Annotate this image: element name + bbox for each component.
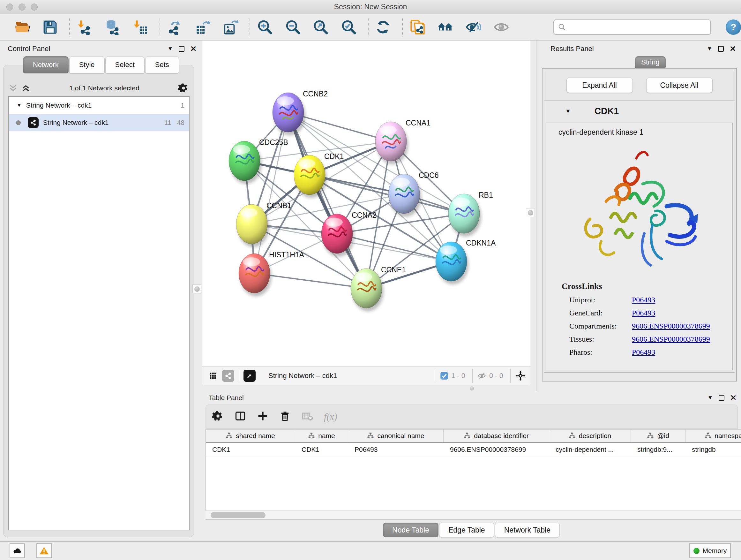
network-collection-row[interactable]: ▼ String Network – cdk1 1 xyxy=(9,97,189,114)
gene-card-expander-icon[interactable]: ▼ xyxy=(565,108,571,115)
network-row[interactable]: String Network – cdk1 11 48 xyxy=(9,114,189,131)
expand-all-button[interactable]: Expand All xyxy=(566,78,633,93)
column-header-shared-name[interactable]: shared name xyxy=(206,429,295,442)
network-canvas[interactable]: CCNB2CCNA1CDC25BCDK1CDC6RB1CCNB1CCNA2CDK… xyxy=(202,41,530,366)
zoom-out-button[interactable] xyxy=(284,18,302,36)
refresh-view-button[interactable] xyxy=(374,18,392,36)
splitter-handle-dot[interactable] xyxy=(470,386,474,390)
network-node[interactable] xyxy=(294,155,327,198)
network-edge[interactable] xyxy=(254,112,288,273)
open-session-button[interactable] xyxy=(13,18,31,36)
crosslink-value-link[interactable]: 9606.ENSP00000378699 xyxy=(632,335,710,344)
share-icon xyxy=(224,372,232,380)
network-node[interactable] xyxy=(273,92,306,135)
crosslink-value-link[interactable]: 9606.ENSP00000378699 xyxy=(632,322,710,330)
zoom-in-button[interactable] xyxy=(256,18,274,36)
show-all-button[interactable] xyxy=(492,18,510,36)
tab-node-table[interactable]: Node Table xyxy=(383,523,439,537)
hidden-eye-slash-icon[interactable] xyxy=(477,371,487,381)
control-panel-float-button[interactable] xyxy=(179,46,185,52)
network-node[interactable] xyxy=(239,253,272,296)
tab-network-table[interactable]: Network Table xyxy=(495,523,560,537)
warnings-button[interactable] xyxy=(37,543,52,558)
crosslink-value-link[interactable]: P06493 xyxy=(632,309,655,317)
column-header-name[interactable]: name xyxy=(295,429,348,442)
horizontal-scrollbar[interactable] xyxy=(205,510,741,519)
left-splitter-handle[interactable] xyxy=(192,285,201,294)
help-button[interactable]: ? xyxy=(726,19,741,35)
zoom-fit-button[interactable] xyxy=(312,18,330,36)
network-node[interactable] xyxy=(388,174,421,217)
results-panel-float-button[interactable] xyxy=(718,46,724,52)
table-row[interactable]: CDK1CDK1P064939606.ENSP00000378699cyclin… xyxy=(206,443,741,456)
network-collection-label: String Network – cdk1 xyxy=(26,102,91,109)
import-table-from-file-button[interactable] xyxy=(131,18,149,36)
hidden-nodes-edges-count: 0 - 0 xyxy=(489,372,503,380)
expand-all-icon[interactable] xyxy=(21,83,30,93)
network-node[interactable] xyxy=(236,204,269,247)
new-network-from-selection-button[interactable] xyxy=(408,18,426,36)
control-panel-menu-button[interactable]: ▼ xyxy=(167,46,173,52)
network-node[interactable] xyxy=(375,122,408,165)
right-splitter-handle[interactable] xyxy=(526,208,535,217)
tab-sets[interactable]: Sets xyxy=(145,56,179,73)
tab-string[interactable]: String xyxy=(635,56,666,68)
memory-button[interactable]: Memory xyxy=(689,543,731,558)
export-image-button[interactable] xyxy=(222,18,240,36)
maximize-window-button[interactable] xyxy=(30,3,38,10)
cloud-icon xyxy=(12,546,22,556)
show-columns-button[interactable] xyxy=(234,410,246,423)
node-table: shared namenamecanonical namedatabase id… xyxy=(205,429,741,510)
table-panel-menu-button[interactable]: ▼ xyxy=(708,395,713,401)
network-node[interactable] xyxy=(321,214,354,257)
collapse-all-icon[interactable] xyxy=(8,83,18,93)
search-input[interactable] xyxy=(569,23,706,31)
network-node[interactable] xyxy=(448,194,481,237)
collapse-all-button[interactable]: Collapse All xyxy=(646,78,713,93)
minimize-window-button[interactable] xyxy=(18,3,25,10)
network-node[interactable] xyxy=(435,242,468,285)
table-panel-float-button[interactable] xyxy=(719,395,724,401)
grid-view-button[interactable] xyxy=(207,370,219,382)
h-scrollbar-thumb[interactable] xyxy=(211,512,266,518)
close-window-button[interactable] xyxy=(6,3,13,10)
table-cell: CDK1 xyxy=(295,443,348,456)
tree-expander-icon[interactable]: ▼ xyxy=(17,103,22,108)
column-header-description[interactable]: description xyxy=(549,429,631,442)
string-view-button[interactable] xyxy=(222,370,234,382)
column-header-canonical-name[interactable]: canonical name xyxy=(348,429,444,442)
first-neighbors-button[interactable] xyxy=(436,18,455,36)
results-panel-close-button[interactable]: ✕ xyxy=(730,45,736,53)
selected-checkbox-icon[interactable] xyxy=(440,371,449,380)
export-network-button[interactable] xyxy=(166,18,184,36)
control-panel-close-button[interactable]: ✕ xyxy=(190,45,197,53)
column-header-namespace[interactable]: namespace xyxy=(685,429,741,442)
zoom-selected-button[interactable] xyxy=(340,18,358,36)
tab-style[interactable]: Style xyxy=(69,56,105,73)
tab-edge-table[interactable]: Edge Table xyxy=(439,523,494,537)
crosslink-value-link[interactable]: P06493 xyxy=(632,296,655,304)
table-panel-close-button[interactable]: ✕ xyxy=(730,394,737,401)
pan-crosshair-icon[interactable] xyxy=(515,370,526,381)
tab-select[interactable]: Select xyxy=(105,56,145,73)
hide-selection-button[interactable] xyxy=(464,18,482,36)
horizontal-splitter[interactable] xyxy=(202,385,530,391)
tab-network[interactable]: Network xyxy=(23,56,69,73)
import-network-from-file-button[interactable] xyxy=(76,18,93,36)
birdseye-view-button[interactable] xyxy=(244,370,256,382)
delete-column-button[interactable] xyxy=(279,410,291,423)
table-settings-button[interactable] xyxy=(212,410,224,423)
column-header--id[interactable]: @id xyxy=(631,429,685,442)
create-column-button[interactable] xyxy=(257,410,268,423)
column-header-database-identifier[interactable]: database identifier xyxy=(444,429,549,442)
crosslink-value-link[interactable]: P06493 xyxy=(632,348,655,357)
export-table-button[interactable] xyxy=(194,18,212,36)
results-panel-menu-button[interactable]: ▼ xyxy=(707,46,712,52)
gear-icon[interactable] xyxy=(178,83,189,94)
network-node[interactable] xyxy=(351,268,384,311)
network-edge[interactable] xyxy=(288,112,366,288)
network-view-title: String Network – cdk1 xyxy=(268,372,337,380)
cloud-status-button[interactable] xyxy=(10,543,25,558)
save-session-button[interactable] xyxy=(42,18,59,36)
import-network-from-database-button[interactable] xyxy=(104,18,122,36)
